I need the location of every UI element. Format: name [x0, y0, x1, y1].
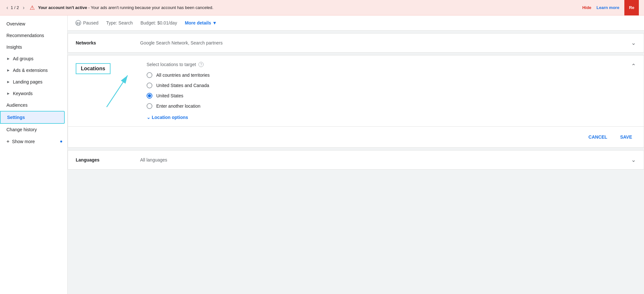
radio-label: United States	[156, 93, 183, 98]
show-more-item[interactable]: + Show more	[0, 135, 67, 148]
radio-label: Enter another location	[156, 103, 200, 109]
show-more-label: Show more	[12, 139, 35, 144]
banner-prev-button[interactable]: ‹	[5, 4, 9, 12]
sidebar-item-overview[interactable]: Overview	[0, 18, 65, 30]
banner-message-strong: Your account isn't active	[38, 5, 87, 10]
banner-navigation: ‹ 1 / 2 ›	[5, 4, 26, 12]
pause-icon: ▮▮	[75, 20, 81, 26]
banner-message: Your account isn't active - Your ads are…	[38, 5, 582, 10]
learn-more-button[interactable]: Learn more	[597, 5, 620, 10]
location-options-button[interactable]: ⌄ Location options	[147, 115, 188, 120]
chevron-down-icon: ⌄	[147, 115, 150, 120]
select-locations-label: Select locations to target	[147, 62, 196, 67]
action-row: CANCEL SAVE	[68, 126, 644, 147]
radio-item-us[interactable]: United States	[147, 93, 636, 99]
sidebar-item-keywords[interactable]: ► Keywords	[0, 88, 65, 99]
banner-next-button[interactable]: ›	[22, 4, 26, 12]
status-bar: ▮▮ Paused Type: Search Budget: $0.01/day…	[68, 15, 644, 31]
top-banner: ‹ 1 / 2 › ⚠ Your account isn't active - …	[0, 0, 644, 15]
paused-label: Paused	[83, 20, 98, 25]
re-button[interactable]: Re	[624, 0, 639, 15]
radio-label: United States and Canada	[156, 83, 209, 88]
radio-item-us-canada[interactable]: United States and Canada	[147, 83, 636, 88]
notification-dot	[60, 141, 62, 142]
chevron-icon: ►	[6, 80, 10, 84]
languages-section: Languages All languages ⌄	[68, 150, 644, 170]
collapse-icon[interactable]: ⌃	[631, 63, 636, 70]
languages-row: Languages All languages ⌄	[68, 151, 644, 169]
networks-section: Networks Google Search Network, Search p…	[68, 33, 644, 53]
budget-label: Budget: $0.01/day	[140, 20, 177, 25]
languages-label: Languages	[76, 157, 140, 162]
save-button[interactable]: SAVE	[616, 132, 636, 142]
networks-value: Google Search Network, Search partners	[140, 40, 631, 45]
sidebar-item-settings[interactable]: Settings	[0, 111, 65, 124]
radio-item-other-location[interactable]: Enter another location	[147, 103, 636, 109]
chevron-icon: ►	[6, 68, 10, 73]
sidebar-item-ads-extensions[interactable]: ► Ads & extensions	[0, 64, 65, 76]
sidebar: Overview Recommendations Insights ► Ad g…	[0, 15, 68, 294]
radio-circle	[147, 83, 152, 88]
radio-item-all-countries[interactable]: All countries and territories	[147, 72, 636, 78]
type-label: Type: Search	[106, 20, 133, 25]
plus-icon: +	[6, 139, 9, 144]
radio-circle	[147, 72, 152, 78]
locations-section: Locations Select locations to target ? A…	[68, 55, 644, 148]
networks-label: Networks	[76, 40, 140, 45]
sidebar-item-audiences[interactable]: Audiences	[0, 99, 65, 111]
hide-button[interactable]: Hide	[582, 5, 591, 10]
cancel-button[interactable]: CANCEL	[585, 132, 611, 142]
banner-message-rest: - Your ads aren't running because your a…	[87, 5, 213, 10]
help-icon[interactable]: ?	[198, 62, 204, 67]
chevron-down-icon: ▼	[212, 20, 217, 25]
location-radio-group: All countries and territories United Sta…	[147, 72, 636, 109]
sidebar-item-landing-pages[interactable]: ► Landing pages	[0, 76, 65, 88]
banner-alert-icon: ⚠	[30, 4, 35, 11]
expand-icon[interactable]: ⌄	[631, 156, 636, 163]
locations-label-row: Select locations to target ?	[147, 62, 636, 67]
more-details-label: More details	[185, 20, 211, 25]
radio-circle	[147, 103, 152, 109]
expand-icon[interactable]: ⌄	[631, 39, 636, 46]
languages-value: All languages	[140, 157, 631, 162]
sidebar-item-change-history[interactable]: Change history	[0, 124, 65, 135]
sidebar-item-recommendations[interactable]: Recommendations	[0, 30, 65, 41]
more-details-button[interactable]: More details ▼	[185, 20, 217, 25]
paused-status: ▮▮ Paused	[75, 20, 98, 26]
location-options-label: Location options	[152, 115, 188, 120]
radio-circle-selected	[147, 93, 152, 99]
sidebar-item-ad-groups[interactable]: ► Ad groups	[0, 53, 65, 64]
main-layout: Overview Recommendations Insights ► Ad g…	[0, 15, 644, 294]
chevron-icon: ►	[6, 91, 10, 96]
radio-label: All countries and territories	[156, 73, 210, 78]
networks-row: Networks Google Search Network, Search p…	[68, 34, 644, 52]
locations-title: Locations	[76, 63, 111, 74]
chevron-icon: ►	[6, 56, 10, 61]
sidebar-item-insights[interactable]: Insights	[0, 41, 65, 53]
main-content: ▮▮ Paused Type: Search Budget: $0.01/day…	[68, 15, 644, 294]
banner-page-indicator: 1 / 2	[11, 5, 19, 10]
